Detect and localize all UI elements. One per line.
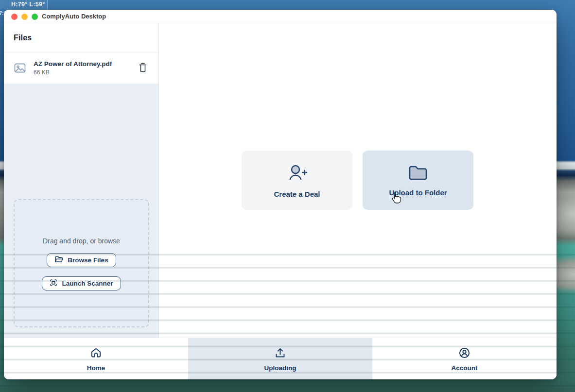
nav-tab-uploading[interactable]: Uploading [188, 338, 372, 379]
upload-to-folder-card[interactable]: Upload to Folder [363, 151, 473, 210]
upload-icon [274, 346, 287, 361]
weather-text: H:79° L:59° [11, 1, 45, 8]
nav-tab-account[interactable]: Account [372, 338, 557, 379]
window-content: Files AZ Power of Attorney.pdf 66 KB [4, 23, 557, 338]
scan-icon [50, 279, 57, 288]
sidebar-header: Files [4, 23, 158, 52]
folder-open-icon [54, 256, 63, 265]
main-panel: Create a Deal Upload to Folder [159, 23, 557, 338]
zoom-window-icon[interactable] [32, 14, 38, 20]
traffic-lights [11, 14, 38, 20]
upload-to-folder-label: Upload to Folder [389, 188, 447, 197]
bottom-nav: Home Uploading [4, 338, 557, 379]
app-window: ComplyAuto Desktop Files [4, 10, 557, 379]
person-plus-icon [286, 163, 308, 184]
folder-icon [408, 164, 428, 182]
file-list-item[interactable]: AZ Power of Attorney.pdf 66 KB [4, 52, 158, 84]
image-icon [14, 62, 26, 74]
delete-file-button[interactable] [137, 61, 149, 75]
dropzone-hint: Drag and drop, or browse [43, 237, 120, 245]
file-size: 66 KB [34, 69, 137, 76]
files-sidebar: Files AZ Power of Attorney.pdf 66 KB [4, 23, 159, 338]
nav-account-label: Account [452, 364, 478, 372]
drag-drop-zone[interactable]: Drag and drop, or browse Browse Files [14, 199, 149, 327]
files-heading: Files [14, 34, 32, 42]
weather-widget: H:79° L:59° [0, 0, 48, 10]
file-meta: AZ Power of Attorney.pdf 66 KB [34, 60, 137, 76]
browse-files-label: Browse Files [68, 256, 108, 264]
action-cards: Create a Deal Upload to Folder [242, 151, 473, 210]
trash-icon [138, 62, 148, 74]
minimize-window-icon[interactable] [21, 14, 28, 20]
file-name: AZ Power of Attorney.pdf [34, 60, 137, 68]
create-deal-card[interactable]: Create a Deal [242, 151, 352, 210]
window-title: ComplyAuto Desktop [42, 13, 106, 20]
sidebar-lower-panel: Drag and drop, or browse Browse Files [4, 84, 158, 338]
desktop-wallpaper: H:79° L:59° 7:3 ComplyAuto Desktop Files [0, 0, 575, 392]
create-deal-label: Create a Deal [274, 190, 320, 198]
nav-uploading-label: Uploading [264, 364, 296, 372]
titlebar[interactable]: ComplyAuto Desktop [4, 10, 557, 23]
close-window-icon[interactable] [11, 14, 17, 20]
launch-scanner-button[interactable]: Launch Scanner [42, 276, 121, 290]
nav-tab-home[interactable]: Home [4, 338, 188, 379]
launch-scanner-label: Launch Scanner [62, 280, 113, 287]
nav-home-label: Home [87, 364, 105, 372]
account-icon [458, 346, 471, 361]
home-icon [89, 346, 103, 361]
browse-files-button[interactable]: Browse Files [47, 253, 116, 267]
